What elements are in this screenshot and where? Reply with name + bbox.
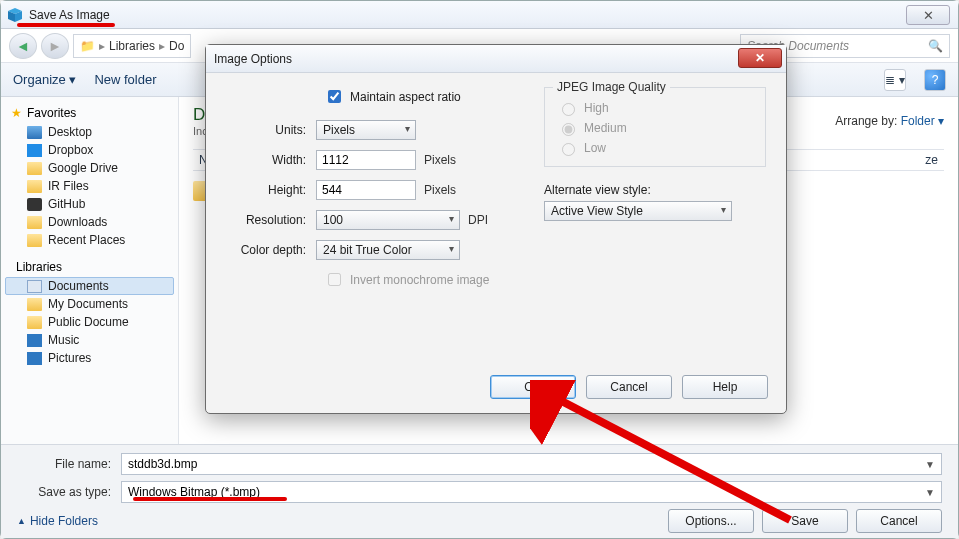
folder-icon bbox=[27, 126, 42, 139]
image-options-dialog: Image Options ✕ Maintain aspect ratio Un… bbox=[205, 44, 787, 414]
help-icon[interactable]: ? bbox=[924, 69, 946, 91]
dialog-title: Image Options bbox=[214, 52, 292, 66]
dialog-cancel-button[interactable]: Cancel bbox=[586, 375, 672, 399]
height-input[interactable] bbox=[316, 180, 416, 200]
units-select[interactable]: Pixels bbox=[316, 120, 416, 140]
jpeg-low-radio: Low bbox=[557, 140, 753, 156]
save-button[interactable]: Save bbox=[762, 509, 848, 533]
sidebar-item[interactable]: Music bbox=[5, 331, 174, 349]
width-unit: Pixels bbox=[424, 153, 456, 167]
height-label: Height: bbox=[226, 183, 316, 197]
column-size[interactable]: ze bbox=[925, 153, 938, 167]
sidebar-item[interactable]: Public Docume bbox=[5, 313, 174, 331]
annotation-underline-type bbox=[133, 497, 287, 501]
app-icon bbox=[7, 7, 23, 23]
jpeg-medium-radio: Medium bbox=[557, 120, 753, 136]
ok-button[interactable]: OK bbox=[490, 375, 576, 399]
sidebar: ★Favorites DesktopDropboxGoogle DriveIR … bbox=[1, 97, 179, 446]
sidebar-item[interactable]: Recent Places bbox=[5, 231, 174, 249]
sidebar-item[interactable]: IR Files bbox=[5, 177, 174, 195]
cancel-button[interactable]: Cancel bbox=[856, 509, 942, 533]
folder-icon bbox=[27, 280, 42, 293]
altview-select[interactable]: Active View Style bbox=[544, 201, 732, 221]
sidebar-item[interactable]: My Documents bbox=[5, 295, 174, 313]
sidebar-item[interactable]: GitHub bbox=[5, 195, 174, 213]
units-label: Units: bbox=[226, 123, 316, 137]
options-button[interactable]: Options... bbox=[668, 509, 754, 533]
save-type-label: Save as type: bbox=[17, 485, 121, 499]
altview-label: Alternate view style: bbox=[544, 183, 766, 197]
search-icon: 🔍 bbox=[928, 39, 943, 53]
hide-folders-toggle[interactable]: ▲Hide Folders bbox=[17, 514, 98, 528]
titlebar[interactable]: Save As Image bbox=[1, 1, 958, 29]
breadcrumb-icon: 📁 bbox=[80, 39, 95, 53]
window-close-button[interactable]: ✕ bbox=[906, 5, 950, 25]
folder-icon bbox=[27, 144, 42, 157]
dialog-close-button[interactable]: ✕ bbox=[738, 48, 782, 68]
bottom-panel: File name: stddb3d.bmp▼ Save as type: Wi… bbox=[1, 444, 958, 538]
nav-back-button[interactable]: ◄ bbox=[9, 33, 37, 59]
filename-input[interactable]: stddb3d.bmp▼ bbox=[121, 453, 942, 475]
folder-icon bbox=[27, 180, 42, 193]
annotation-underline-title bbox=[17, 23, 115, 27]
filename-label: File name: bbox=[17, 457, 121, 471]
jpeg-quality-legend: JPEG Image Quality bbox=[553, 80, 670, 94]
sidebar-item[interactable]: Google Drive bbox=[5, 159, 174, 177]
arrow-right-icon: ► bbox=[48, 38, 62, 54]
chevron-up-icon: ▲ bbox=[17, 516, 26, 526]
chevron-down-icon: ▼ bbox=[925, 459, 935, 470]
breadcrumb-item[interactable]: Do bbox=[169, 39, 184, 53]
new-folder-button[interactable]: New folder bbox=[94, 72, 156, 87]
star-icon: ★ bbox=[11, 106, 22, 120]
jpeg-quality-group: JPEG Image Quality High Medium Low bbox=[544, 87, 766, 167]
organize-menu[interactable]: Organize ▾ bbox=[13, 72, 76, 87]
folder-icon bbox=[27, 334, 42, 347]
folder-icon bbox=[27, 298, 42, 311]
chevron-down-icon: ▼ bbox=[925, 487, 935, 498]
close-icon: ✕ bbox=[755, 51, 765, 65]
view-mode-button[interactable]: ≣ ▾ bbox=[884, 69, 906, 91]
sidebar-item[interactable]: Dropbox bbox=[5, 141, 174, 159]
folder-icon bbox=[27, 352, 42, 365]
sidebar-item[interactable]: Pictures bbox=[5, 349, 174, 367]
resolution-label: Resolution: bbox=[226, 213, 316, 227]
sidebar-item[interactable]: Downloads bbox=[5, 213, 174, 231]
folder-icon bbox=[27, 162, 42, 175]
folder-icon bbox=[27, 216, 42, 229]
folder-icon bbox=[27, 316, 42, 329]
folder-icon bbox=[27, 234, 42, 247]
favorites-header[interactable]: ★Favorites bbox=[5, 103, 174, 123]
dialog-titlebar[interactable]: Image Options ✕ bbox=[206, 45, 786, 73]
breadcrumb[interactable]: 📁▸ Libraries▸ Do bbox=[73, 34, 191, 58]
height-unit: Pixels bbox=[424, 183, 456, 197]
sidebar-item[interactable]: Desktop bbox=[5, 123, 174, 141]
colordepth-label: Color depth: bbox=[226, 243, 316, 257]
window-title: Save As Image bbox=[29, 8, 110, 22]
colordepth-select[interactable]: 24 bit True Color bbox=[316, 240, 460, 260]
libraries-header[interactable]: Libraries bbox=[5, 257, 174, 277]
width-label: Width: bbox=[226, 153, 316, 167]
folder-icon bbox=[27, 198, 42, 211]
breadcrumb-item[interactable]: Libraries bbox=[109, 39, 155, 53]
invert-monochrome-checkbox: Invert monochrome image bbox=[324, 270, 526, 289]
maintain-aspect-checkbox[interactable]: Maintain aspect ratio bbox=[324, 87, 526, 106]
width-input[interactable] bbox=[316, 150, 416, 170]
sidebar-item[interactable]: Documents bbox=[5, 277, 174, 295]
resolution-unit: DPI bbox=[468, 213, 488, 227]
arrow-left-icon: ◄ bbox=[16, 38, 30, 54]
nav-forward-button[interactable]: ► bbox=[41, 33, 69, 59]
dialog-help-button[interactable]: Help bbox=[682, 375, 768, 399]
jpeg-high-radio: High bbox=[557, 100, 753, 116]
arrange-by[interactable]: Arrange by: Folder ▾ bbox=[835, 114, 944, 128]
resolution-select[interactable]: 100 bbox=[316, 210, 460, 230]
